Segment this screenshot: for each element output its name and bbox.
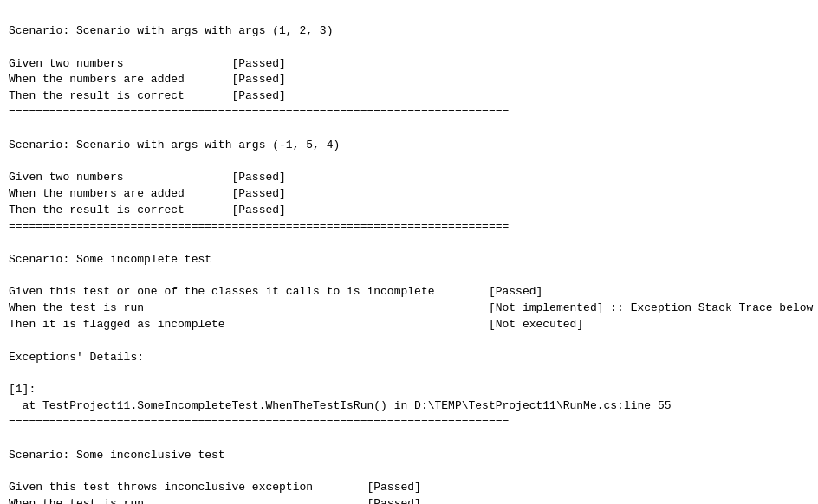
scenario-1-title: Scenario: Scenario with args with args (… <box>9 24 818 504</box>
test-output: Scenario: Scenario with args with args (… <box>9 7 809 504</box>
